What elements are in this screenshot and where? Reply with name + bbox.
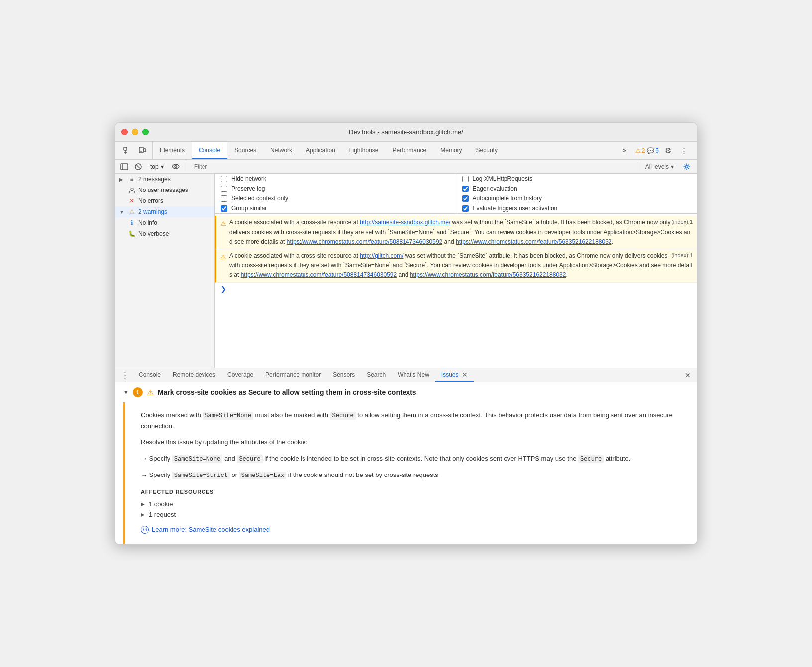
resource-request-label: 1 request [149, 511, 176, 518]
group-similar-checkbox[interactable] [221, 205, 227, 212]
log-xmlhttp-label[interactable]: Log XMLHttpRequests [473, 175, 533, 182]
console-sidebar-toggle[interactable] [118, 161, 130, 173]
options-left-col: Hide network Preserve log Selected conte… [215, 174, 456, 213]
selected-context-checkbox[interactable] [221, 195, 227, 202]
autocomplete-checkbox[interactable] [462, 195, 469, 202]
filter-input[interactable] [190, 163, 633, 170]
more-menu-icon[interactable]: ⋮ [677, 144, 691, 158]
warn-icon-2: ⚠ [220, 252, 226, 263]
tab-memory[interactable]: Memory [433, 142, 469, 159]
devtools-tabs-list: Elements Console Sources Network Applica… [153, 142, 612, 159]
issues-tab-close[interactable]: ✕ [462, 371, 468, 379]
inspect-icon[interactable] [120, 144, 134, 158]
tab-performance[interactable]: Performance [386, 142, 434, 159]
drawer-dots-menu[interactable]: ⋮ [117, 368, 133, 382]
device-toolbar-icon[interactable] [135, 144, 149, 158]
preserve-log-label[interactable]: Preserve log [231, 185, 265, 192]
warnings-expander[interactable]: ▼ [119, 209, 125, 215]
drawer-tab-coverage[interactable]: Coverage [221, 368, 259, 382]
tab-sources[interactable]: Sources [227, 142, 263, 159]
tab-application[interactable]: Application [299, 142, 342, 159]
log-source-2[interactable]: (index):1 [671, 251, 693, 260]
context-selector[interactable]: top ▾ [146, 162, 168, 171]
toolbar-divider [186, 162, 186, 171]
tab-console[interactable]: Console [192, 142, 227, 159]
log-link-1b[interactable]: https://www.chromestatus.com/feature/508… [287, 238, 443, 245]
code-samesite-lax: SameSite=Lax [239, 472, 286, 479]
eval-triggers-checkbox[interactable] [462, 205, 469, 212]
sidebar-item-warnings[interactable]: ▼ ⚠ 2 warnings [115, 206, 214, 217]
option-hide-network: Hide network [215, 174, 456, 184]
hide-network-label[interactable]: Hide network [231, 175, 266, 182]
drawer-tab-perf-monitor[interactable]: Performance monitor [259, 368, 327, 382]
log-xmlhttp-checkbox[interactable] [462, 176, 469, 182]
sidebar-item-verbose[interactable]: 🐛 No verbose [115, 228, 214, 239]
issue-chevron[interactable]: ▼ [123, 389, 129, 395]
sidebar-item-errors[interactable]: ✕ No errors [115, 195, 214, 206]
learn-more-link[interactable]: ⊙ Learn more: SameSite cookies explained [141, 526, 681, 534]
issue-bullet-2: → Specify SameSite=Strict or SameSite=La… [141, 470, 681, 480]
messages-expander[interactable]: ▶ [119, 177, 125, 182]
resource-request[interactable]: ▶ 1 request [141, 509, 681, 520]
sidebar-errors-label: No errors [138, 197, 163, 204]
console-settings-icon[interactable] [680, 160, 694, 174]
close-button[interactable] [121, 129, 128, 135]
svg-rect-4 [144, 149, 146, 152]
drawer-tab-remote-devices[interactable]: Remote devices [167, 368, 221, 382]
user-icon [128, 187, 135, 193]
tab-security[interactable]: Security [469, 142, 505, 159]
selected-context-label[interactable]: Selected context only [231, 195, 288, 202]
tab-lighthouse[interactable]: Lighthouse [342, 142, 386, 159]
autocomplete-label[interactable]: Autocomplete from history [473, 195, 542, 202]
log-link-2b[interactable]: https://www.chromestatus.com/feature/508… [241, 271, 397, 278]
svg-rect-6 [121, 164, 128, 170]
sidebar-item-user-messages[interactable]: No user messages [115, 185, 214, 195]
group-similar-label[interactable]: Group similar [231, 205, 267, 212]
log-link-2a[interactable]: http://glitch.com/ [360, 252, 403, 259]
log-source-1[interactable]: (index):1 [671, 218, 693, 227]
preserve-log-checkbox[interactable] [221, 186, 227, 192]
drawer-tab-issues[interactable]: Issues ✕ [435, 368, 474, 382]
svg-point-10 [175, 166, 177, 168]
sidebar-item-info[interactable]: ℹ No info [115, 217, 214, 228]
drawer-tab-search[interactable]: Search [361, 368, 392, 382]
eager-eval-checkbox[interactable] [462, 186, 469, 192]
tab-network[interactable]: Network [263, 142, 299, 159]
settings-icon[interactable]: ⚙ [661, 144, 675, 158]
maximize-button[interactable] [142, 129, 149, 135]
log-link-1c[interactable]: https://www.chromestatus.com/feature/563… [456, 238, 612, 245]
tab-elements[interactable]: Elements [153, 142, 192, 159]
issue-count-badge: 1 [133, 387, 143, 397]
title-bar: DevTools - samesite-sandbox.glitch.me/ [115, 123, 697, 142]
issue-para-2: Resolve this issue by updating the attri… [141, 437, 681, 448]
eval-triggers-label[interactable]: Evaluate triggers user activation [473, 205, 558, 212]
tab-more[interactable]: » [616, 147, 633, 155]
sidebar-item-messages[interactable]: ▶ ≡ 2 messages [115, 174, 214, 185]
hide-network-checkbox[interactable] [221, 176, 227, 182]
eye-icon[interactable] [170, 161, 182, 173]
issues-panel: ▼ 1 ⚠ Mark cross-site cookies as Secure … [115, 382, 697, 544]
log-level-selector[interactable]: All levels ▾ [641, 163, 678, 170]
devtools-window: DevTools - samesite-sandbox.glitch.me/ [115, 122, 697, 544]
svg-rect-3 [139, 147, 143, 153]
log-link-1a[interactable]: http://samesite-sandbox.glitch.me/ [360, 219, 450, 226]
warnings-badge[interactable]: ⚠ 2 [635, 147, 645, 154]
console-prompt[interactable]: ❯ [215, 283, 697, 296]
resource-cookie[interactable]: ▶ 1 cookie [141, 499, 681, 509]
resource-chevron-1: ▶ [141, 501, 145, 507]
close-all-drawers[interactable]: ✕ [681, 368, 695, 382]
svg-point-11 [686, 165, 688, 168]
issue-header[interactable]: ▼ 1 ⚠ Mark cross-site cookies as Secure … [115, 382, 697, 402]
log-link-2c[interactable]: https://www.chromestatus.com/feature/563… [410, 271, 566, 278]
eager-eval-label[interactable]: Eager evaluation [473, 185, 517, 192]
drawer-tab-sensors[interactable]: Sensors [327, 368, 361, 382]
code-secure-3: Secure [578, 455, 604, 463]
issue-para-1: Cookies marked with SameSite=None must a… [141, 410, 681, 431]
svg-line-9 [136, 165, 140, 169]
minimize-button[interactable] [132, 129, 138, 135]
messages-badge[interactable]: 💬 5 [647, 147, 659, 154]
sidebar-warnings-label: 2 warnings [138, 208, 167, 215]
drawer-tab-console[interactable]: Console [133, 368, 167, 382]
clear-console-icon[interactable] [132, 161, 144, 173]
drawer-tab-whats-new[interactable]: What's New [392, 368, 435, 382]
